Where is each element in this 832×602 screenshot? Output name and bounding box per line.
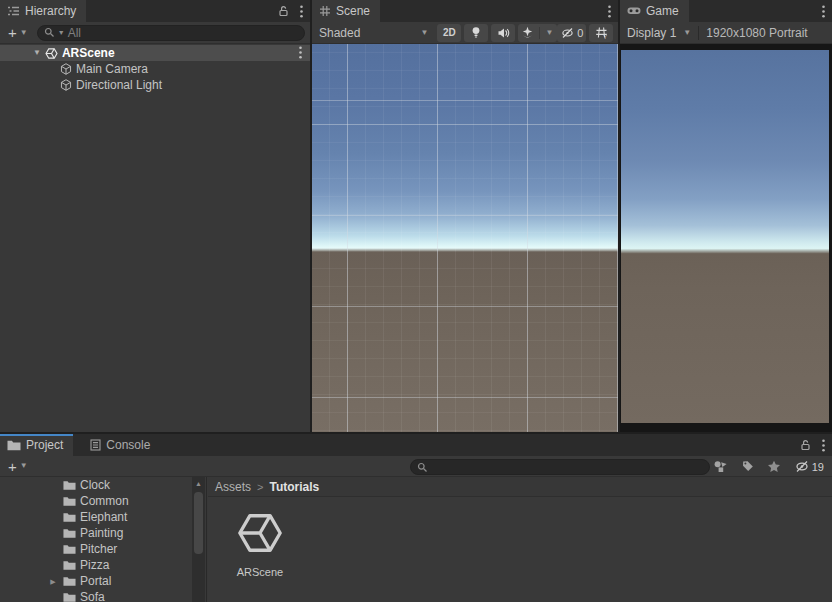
scene-viewport[interactable] xyxy=(312,44,618,432)
scrollbar-thumb[interactable] xyxy=(194,492,203,554)
breadcrumb-chevron-icon: > xyxy=(257,481,263,493)
search-by-type-icon[interactable] xyxy=(713,460,728,473)
toolbar-divider xyxy=(698,26,699,40)
search-icon xyxy=(44,27,55,38)
kebab-menu-icon[interactable] xyxy=(300,5,303,18)
scene-effects-toggle[interactable]: ▼ xyxy=(518,24,557,42)
effects-dropdown-caret-icon[interactable]: ▼ xyxy=(541,29,557,37)
folder-row-common[interactable]: Common xyxy=(0,493,206,509)
asset-grid: ARScene xyxy=(208,497,832,578)
tab-hierarchy[interactable]: Hierarchy xyxy=(0,0,86,22)
scene-grid-major-lines xyxy=(312,44,618,432)
tab-hierarchy-label: Hierarchy xyxy=(25,4,76,18)
hierarchy-row-directional-light[interactable]: Directional Light xyxy=(0,77,310,93)
search-filter-caret-icon[interactable]: ▼ xyxy=(58,29,65,36)
grid-settings-button[interactable]: Y xyxy=(589,24,613,42)
display-dropdown[interactable]: Display 1 ▼ xyxy=(625,26,691,40)
search-icon xyxy=(417,462,428,473)
scene-visibility-toggle[interactable]: 0 xyxy=(557,24,586,42)
folder-icon xyxy=(63,576,76,587)
kebab-menu-icon[interactable] xyxy=(822,5,825,18)
folder-label: Common xyxy=(80,494,129,508)
hierarchy-item-label: Main Camera xyxy=(76,62,148,76)
project-search-field[interactable] xyxy=(410,459,710,475)
breadcrumb: Assets > Tutorials xyxy=(208,477,832,497)
hierarchy-toolbar: + ▼ ▼ All xyxy=(0,22,310,44)
aspect-ratio-dropdown[interactable]: 1920x1080 Portrait xyxy=(706,26,807,40)
lock-icon[interactable] xyxy=(278,5,289,17)
favorites-star-icon[interactable] xyxy=(767,460,781,473)
create-asset-button[interactable]: + ▼ xyxy=(5,459,31,474)
folder-row-pitcher[interactable]: Pitcher xyxy=(0,541,206,557)
tab-game-label: Game xyxy=(646,4,679,18)
kebab-menu-icon[interactable] xyxy=(822,439,825,452)
lock-icon[interactable] xyxy=(800,439,811,451)
folder-row-sofa[interactable]: Sofa xyxy=(0,589,206,602)
project-hidden-toggle[interactable]: 19 xyxy=(794,460,824,473)
scene-options-kebab-icon[interactable] xyxy=(299,46,302,59)
cube-icon xyxy=(60,63,72,75)
lightbulb-icon xyxy=(470,26,482,39)
unity-scene-icon xyxy=(45,47,58,60)
project-toolbar: + ▼ xyxy=(0,456,832,477)
active-tab-accent xyxy=(0,434,73,436)
game-panel: Game Display 1 ▼ 1920x1080 Portrait xyxy=(620,0,832,432)
folder-icon xyxy=(63,512,76,523)
folder-icon xyxy=(63,528,76,539)
svg-text:Y: Y xyxy=(603,34,607,39)
tab-console[interactable]: Console xyxy=(83,434,160,456)
tab-project-label: Project xyxy=(26,438,63,452)
project-asset-pane: Assets > Tutorials ARScene xyxy=(208,477,832,602)
project-hidden-count: 19 xyxy=(812,461,824,473)
folder-icon xyxy=(63,560,76,571)
foldout-open-icon[interactable]: ▼ xyxy=(33,49,41,57)
folder-icon xyxy=(7,440,21,451)
unity-scene-asset-icon xyxy=(236,509,284,557)
game-render-area xyxy=(621,50,829,423)
project-search-input[interactable] xyxy=(431,460,703,474)
tab-game[interactable]: Game xyxy=(620,0,689,22)
folder-tree-scrollbar[interactable]: ▲ xyxy=(192,477,205,602)
hierarchy-tree: ▼ ARScene Main Camera xyxy=(0,45,310,432)
scrollbar-up-arrow-icon[interactable]: ▲ xyxy=(192,477,205,490)
folder-row-portal[interactable]: ▶ Portal xyxy=(0,573,206,589)
add-gameobject-button[interactable]: + ▼ xyxy=(5,25,31,40)
toggle-2d-label: 2D xyxy=(443,27,456,38)
plus-icon: + xyxy=(8,25,17,40)
eye-hidden-icon xyxy=(560,27,575,39)
folder-icon xyxy=(63,496,76,507)
kebab-menu-icon[interactable] xyxy=(608,5,611,18)
game-toolbar: Display 1 ▼ 1920x1080 Portrait xyxy=(620,22,832,44)
scene-lighting-toggle[interactable] xyxy=(464,24,488,42)
folder-row-elephant[interactable]: Elephant xyxy=(0,509,206,525)
draw-mode-dropdown[interactable]: Shaded ▼ xyxy=(317,26,434,40)
folder-label: Pitcher xyxy=(80,542,117,556)
breadcrumb-assets[interactable]: Assets xyxy=(215,480,251,494)
aspect-ratio-label: 1920x1080 Portrait xyxy=(706,26,807,40)
hierarchy-row-main-camera[interactable]: Main Camera xyxy=(0,61,310,77)
tab-scene-label: Scene xyxy=(336,4,370,18)
hierarchy-list-icon xyxy=(7,5,20,17)
label-tag-icon[interactable] xyxy=(741,460,754,473)
toggle-2d-button[interactable]: 2D xyxy=(437,24,461,42)
folder-icon xyxy=(63,544,76,555)
folder-label: Sofa xyxy=(80,590,105,602)
foldout-closed-icon[interactable]: ▶ xyxy=(50,578,55,585)
folder-row-painting[interactable]: Painting xyxy=(0,525,206,541)
scene-panel: Scene Shaded ▼ 2D xyxy=(312,0,618,432)
scene-audio-toggle[interactable] xyxy=(491,24,515,42)
hidden-objects-count: 0 xyxy=(577,27,583,39)
project-folder-tree: Clock Common Elephant Painting xyxy=(0,477,207,602)
breadcrumb-current[interactable]: Tutorials xyxy=(269,480,319,494)
asset-arscene[interactable]: ARScene xyxy=(228,509,292,578)
folder-row-pizza[interactable]: Pizza xyxy=(0,557,206,573)
chevron-down-icon: ▼ xyxy=(20,462,28,470)
hierarchy-search-input[interactable]: ▼ All xyxy=(37,25,305,41)
game-viewport[interactable] xyxy=(620,44,832,432)
tab-scene[interactable]: Scene xyxy=(312,0,380,22)
hierarchy-row-arscene[interactable]: ▼ ARScene xyxy=(0,45,310,61)
tab-project[interactable]: Project xyxy=(0,434,73,456)
folder-label: Painting xyxy=(80,526,123,540)
folder-row-clock[interactable]: Clock xyxy=(0,477,206,493)
hierarchy-panel: Hierarchy + ▼ xyxy=(0,0,310,432)
